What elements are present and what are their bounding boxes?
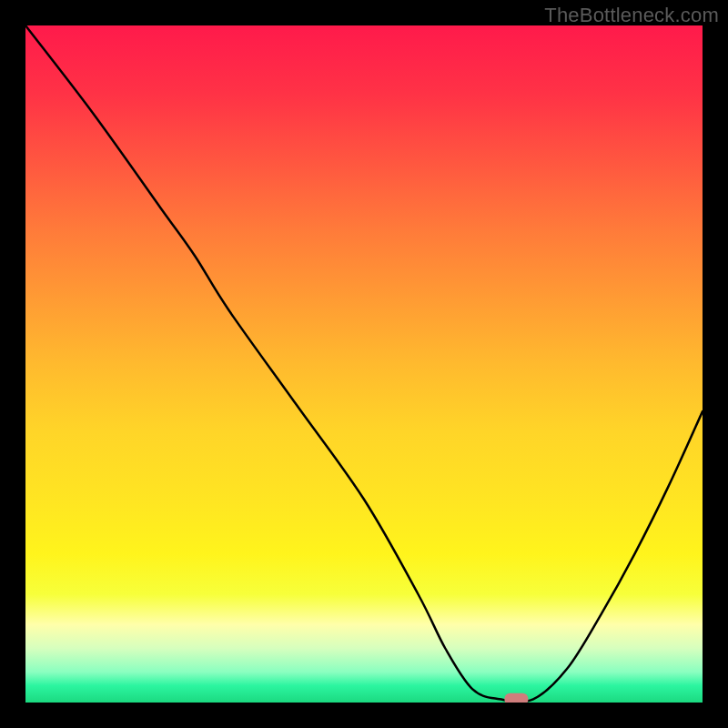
optimum-marker [504,693,528,703]
chart-svg [25,25,703,703]
gradient-background [25,25,703,703]
watermark-text: TheBottleneck.com [544,4,719,27]
chart-frame: TheBottleneck.com [0,0,728,728]
plot-area [25,25,703,703]
